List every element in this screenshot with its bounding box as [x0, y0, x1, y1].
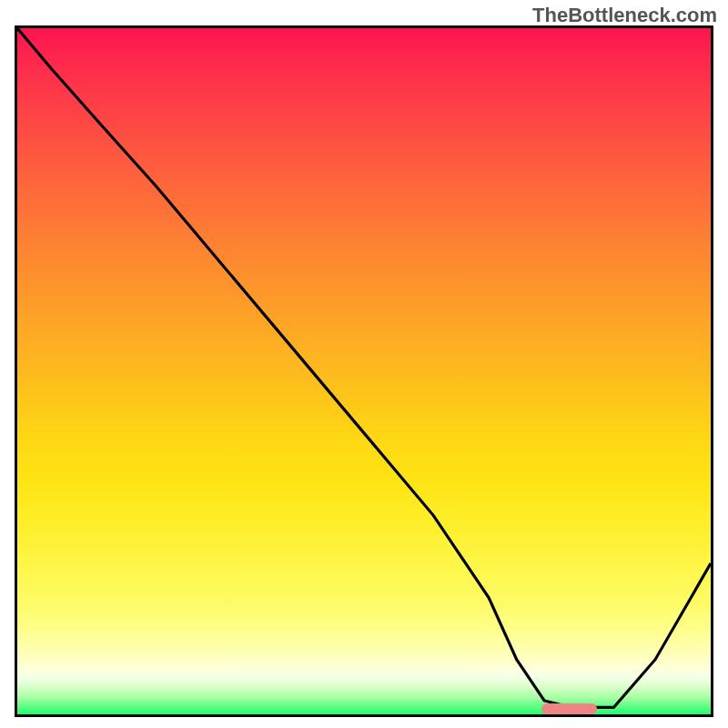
- optimum-indicator: [541, 703, 597, 714]
- curve-path: [17, 28, 711, 707]
- line-plot: [17, 28, 711, 714]
- chart-frame: [15, 25, 713, 717]
- watermark-text: TheBottleneck.com: [532, 4, 717, 27]
